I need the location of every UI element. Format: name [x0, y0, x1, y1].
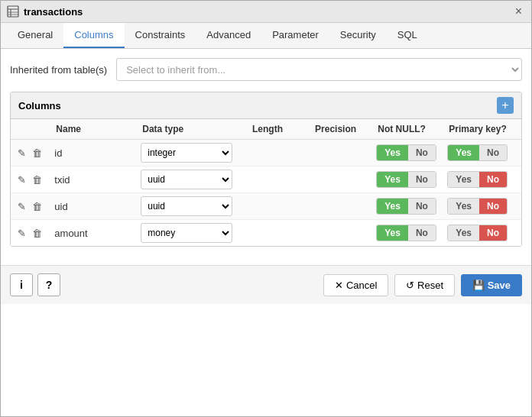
- table-row: ✎ 🗑 id integer: [11, 140, 521, 166]
- pk-no-button[interactable]: No: [479, 172, 507, 187]
- notnull-toggle: Yes No: [376, 225, 436, 241]
- row-actions: ✎ 🗑: [11, 220, 50, 247]
- svg-rect-0: [8, 6, 18, 17]
- th-datatype: Data type: [136, 119, 246, 140]
- window-title: transactions: [24, 6, 83, 18]
- delete-row-button[interactable]: 🗑: [30, 199, 44, 214]
- notnull-yes-button[interactable]: Yes: [377, 145, 408, 160]
- notnull-no-button[interactable]: No: [408, 199, 436, 214]
- delete-row-button[interactable]: 🗑: [30, 226, 44, 241]
- edit-row-button[interactable]: ✎: [15, 199, 28, 214]
- th-pk: Primary key?: [443, 119, 521, 140]
- tab-security[interactable]: Security: [329, 23, 387, 48]
- col-length: [246, 140, 309, 166]
- inherit-label: Inherited from table(s): [10, 64, 107, 76]
- col-precision: [309, 193, 371, 220]
- col-length: [246, 193, 309, 220]
- pk-toggle: Yes No: [447, 144, 508, 161]
- notnull-yes-button[interactable]: Yes: [377, 199, 408, 214]
- col-precision: [309, 140, 371, 166]
- th-actions: [11, 119, 50, 140]
- col-type: uuid: [136, 166, 246, 193]
- col-name: uid: [50, 193, 136, 220]
- col-notnull: Yes No: [371, 193, 443, 220]
- col-notnull: Yes No: [371, 140, 443, 166]
- type-select[interactable]: uuid: [141, 170, 232, 189]
- tab-parameter[interactable]: Parameter: [261, 23, 329, 48]
- pk-yes-button[interactable]: Yes: [448, 145, 479, 160]
- type-select[interactable]: integer: [141, 143, 232, 163]
- columns-header: Columns +: [11, 92, 521, 119]
- titlebar: transactions ×: [1, 1, 531, 23]
- table-header: Name Data type Length Precision Not NULL…: [11, 119, 521, 140]
- pk-yes-button[interactable]: Yes: [448, 225, 479, 241]
- col-pk: Yes No: [443, 140, 521, 166]
- col-name: amount: [50, 220, 136, 247]
- type-select[interactable]: uuid: [141, 196, 232, 216]
- col-precision: [309, 220, 371, 247]
- tab-columns[interactable]: Columns: [63, 23, 124, 48]
- col-type: money: [136, 220, 246, 247]
- col-length: [246, 166, 309, 193]
- notnull-toggle: Yes No: [376, 198, 436, 215]
- notnull-no-button[interactable]: No: [408, 225, 436, 241]
- tab-constraints[interactable]: Constraints: [125, 23, 196, 48]
- tab-advanced[interactable]: Advanced: [196, 23, 261, 48]
- pk-no-button[interactable]: No: [479, 199, 507, 214]
- th-name: Name: [50, 119, 136, 140]
- columns-section: Columns + Name Data type Length Precisio…: [10, 92, 522, 247]
- th-precision: Precision: [309, 119, 371, 140]
- notnull-yes-button[interactable]: Yes: [377, 172, 408, 187]
- columns-table: Name Data type Length Precision Not NULL…: [11, 119, 521, 246]
- col-type: uuid: [136, 193, 246, 220]
- notnull-no-button[interactable]: No: [408, 145, 436, 160]
- reset-button[interactable]: ↺ Reset: [394, 274, 455, 296]
- edit-row-button[interactable]: ✎: [15, 146, 28, 160]
- col-notnull: Yes No: [371, 166, 443, 193]
- col-pk: Yes No: [443, 220, 521, 247]
- notnull-toggle: Yes No: [376, 144, 436, 161]
- delete-row-button[interactable]: 🗑: [30, 173, 44, 187]
- edit-row-button[interactable]: ✎: [15, 226, 28, 241]
- delete-row-button[interactable]: 🗑: [30, 146, 44, 160]
- row-actions: ✎ 🗑: [11, 166, 50, 193]
- pk-no-button[interactable]: No: [479, 225, 507, 241]
- pk-yes-button[interactable]: Yes: [448, 199, 479, 214]
- notnull-yes-button[interactable]: Yes: [377, 225, 408, 241]
- tab-sql[interactable]: SQL: [387, 23, 428, 48]
- main-window: transactions × General Columns Constrain…: [0, 0, 532, 417]
- notnull-toggle: Yes No: [376, 171, 436, 188]
- content-area: Inherited from table(s) Select to inheri…: [1, 49, 531, 256]
- pk-toggle: Yes No: [447, 225, 508, 241]
- inherit-select[interactable]: Select to inherit from...: [116, 58, 522, 81]
- titlebar-left: transactions: [7, 5, 83, 18]
- footer-right: ✕ Cancel ↺ Reset 💾 Save: [323, 274, 522, 296]
- info-button[interactable]: i: [10, 273, 33, 296]
- table-icon: [7, 5, 19, 18]
- save-button[interactable]: 💾 Save: [461, 274, 522, 296]
- help-button[interactable]: ?: [37, 273, 60, 296]
- cancel-button[interactable]: ✕ Cancel: [323, 274, 388, 296]
- footer-left: i ?: [10, 273, 60, 296]
- table-row: ✎ 🗑 txid uuid: [11, 166, 521, 193]
- col-pk: Yes No: [443, 166, 521, 193]
- type-select[interactable]: money: [141, 223, 232, 243]
- tab-general[interactable]: General: [7, 23, 63, 48]
- add-column-button[interactable]: +: [497, 97, 514, 114]
- pk-toggle: Yes No: [447, 171, 508, 188]
- col-pk: Yes No: [443, 193, 521, 220]
- th-notnull: Not NULL?: [371, 119, 443, 140]
- notnull-no-button[interactable]: No: [408, 172, 436, 187]
- footer: i ? ✕ Cancel ↺ Reset 💾 Save: [1, 265, 531, 304]
- row-actions: ✎ 🗑: [11, 193, 50, 220]
- th-length: Length: [246, 119, 309, 140]
- edit-row-button[interactable]: ✎: [15, 173, 28, 187]
- close-button[interactable]: ×: [512, 5, 525, 18]
- tabs-bar: General Columns Constraints Advanced Par…: [1, 23, 531, 49]
- pk-no-button[interactable]: No: [479, 145, 507, 160]
- inherit-row: Inherited from table(s) Select to inheri…: [10, 58, 522, 81]
- pk-yes-button[interactable]: Yes: [448, 172, 479, 187]
- table-body: ✎ 🗑 id integer: [11, 140, 521, 247]
- col-type: integer: [136, 140, 246, 166]
- col-name: id: [50, 140, 136, 166]
